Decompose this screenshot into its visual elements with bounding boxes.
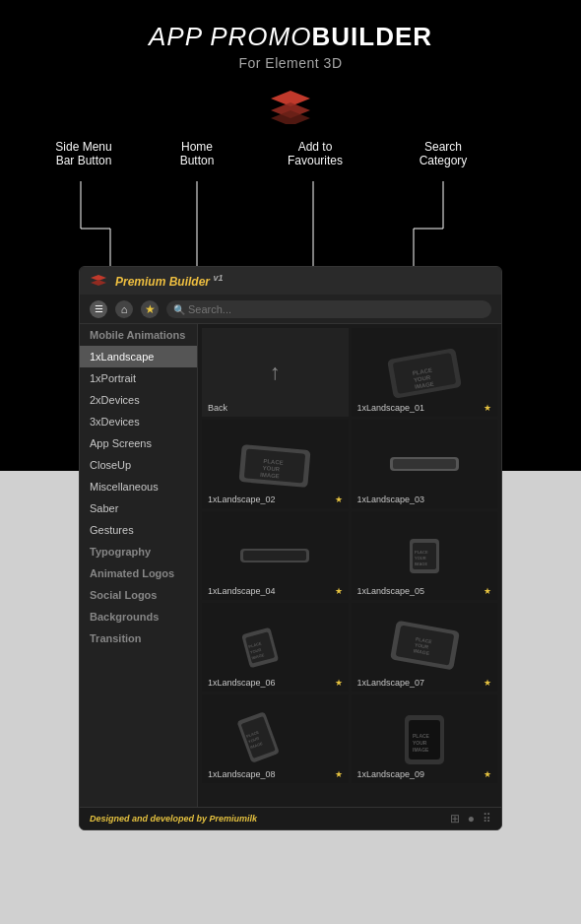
phone-mockup-09: PLACE YOUR IMAGE: [385, 712, 464, 766]
cell-star-06: ★: [335, 678, 343, 688]
cell-label-04: 1xLandscape_04: [208, 586, 276, 596]
grid-cell-back[interactable]: ↑ Back: [202, 328, 349, 417]
back-arrow-icon: ↑: [270, 360, 281, 385]
footer: Designed and developed by Premiumilk ⊞ ●…: [80, 807, 501, 829]
circle-icon[interactable]: ●: [468, 812, 475, 825]
home-button[interactable]: ⌂: [115, 300, 133, 318]
phone-mockup-05: PLACE YOUR IMAGE: [385, 529, 464, 583]
grid-cell-06[interactable]: PLACE YOUR IMAGE 1xLandscape_06 ★: [202, 603, 349, 692]
grid-cell-04[interactable]: 1xLandscape_04 ★: [202, 511, 349, 600]
sidebar-category-typography: Typography: [80, 541, 197, 562]
title-bar: Premium Builder v1: [80, 267, 501, 295]
svg-text:PLACE: PLACE: [413, 733, 430, 739]
title-promo: APP PROMO: [149, 22, 312, 51]
cell-label-01: 1xLandscape_01: [357, 403, 425, 413]
main-content: Mobile Animations 1xLandscape 1xPortrait…: [80, 324, 501, 807]
cell-star-02: ★: [335, 495, 343, 504]
grid-icon[interactable]: ⊞: [450, 812, 460, 825]
cell-label-05: 1xLandscape_05: [357, 586, 425, 596]
grid-cell-05[interactable]: PLACE YOUR IMAGE 1xLandscape_05 ★: [352, 511, 498, 600]
svg-text:IMAGE: IMAGE: [413, 747, 429, 753]
cell-label-06: 1xLandscape_06: [208, 678, 276, 688]
grid-cell-02[interactable]: PLACE YOUR IMAGE 1xLandscape_02 ★: [202, 420, 349, 508]
footer-text: Designed and developed by Premiumilk: [90, 814, 257, 824]
grid-cell-07[interactable]: PLACE YOUR IMAGE 1xLandscape_07 ★: [352, 603, 498, 692]
sidebar-item-misc[interactable]: Miscellaneous: [80, 476, 197, 497]
footer-brand: Premiumilk: [210, 814, 258, 824]
grid-cell-01[interactable]: PLACE YOUR IMAGE 1xLandscape_01 ★: [352, 328, 498, 417]
svg-rect-24: [393, 459, 456, 469]
sidebar-category-mobile: Mobile Animations: [80, 324, 197, 346]
menu-icon[interactable]: ⠿: [483, 812, 491, 825]
search-wrapper: 🔍: [166, 299, 491, 318]
sidebar-category-sociallogos: Social Logos: [80, 584, 197, 606]
sidebar-item-saber[interactable]: Saber: [80, 497, 197, 519]
svg-marker-12: [91, 280, 106, 286]
phone-mockup-06: PLACE YOUR IMAGE: [235, 621, 314, 675]
header: APP PROMOBUILDER For Element 3D: [0, 0, 581, 81]
sidebar-category-transition: Transition: [80, 627, 197, 649]
cell-label-09: 1xLandscape_09: [357, 769, 425, 779]
cell-label-07: 1xLandscape_07: [357, 678, 425, 688]
app-window: Premium Builder v1 ☰ ⌂ ★ 🔍: [79, 266, 502, 830]
svg-rect-26: [243, 551, 306, 561]
cell-star-09: ★: [484, 769, 491, 779]
footer-icons: ⊞ ● ⠿: [450, 812, 491, 825]
sidebar-item-1xportrait[interactable]: 1xPortrait: [80, 367, 197, 389]
cell-star-08: ★: [335, 769, 343, 779]
grid-cell-08[interactable]: PLACE YOUR IMAGE 1xLandscape_08 ★: [202, 694, 349, 783]
title-bar-logo-icon: [90, 274, 107, 288]
search-icon: 🔍: [173, 303, 185, 314]
cell-label-08: 1xLandscape_08: [208, 769, 276, 779]
phone-mockup-07: PLACE YOUR IMAGE: [385, 621, 464, 675]
phone-mockup-02: PLACE YOUR IMAGE: [235, 437, 314, 492]
title-builder: BUILDER: [311, 22, 432, 51]
sidebar-category-backgrounds: Backgrounds: [80, 606, 197, 627]
sidebar-item-gestures[interactable]: Gestures: [80, 519, 197, 541]
phone-mockup-04: [235, 541, 314, 570]
cell-label-02: 1xLandscape_02: [208, 495, 276, 504]
grid-cell-03[interactable]: 1xLandscape_03: [352, 420, 498, 508]
cell-label-back: Back: [208, 403, 227, 413]
sidebar-item-appscreens[interactable]: App Screens: [80, 432, 197, 454]
cell-star-07: ★: [484, 678, 491, 688]
title-bar-text: Premium Builder v1: [115, 273, 223, 289]
sidebar-menu-button[interactable]: ☰: [90, 300, 107, 318]
phone-mockup-08: PLACE YOUR IMAGE: [235, 712, 314, 766]
svg-text:YOUR: YOUR: [413, 740, 427, 746]
add-to-favourites-button[interactable]: ★: [141, 300, 159, 318]
toolbar: ☰ ⌂ ★ 🔍: [80, 295, 501, 324]
cell-label-03: 1xLandscape_03: [357, 495, 425, 504]
svg-text:PLACE: PLACE: [415, 550, 428, 555]
sidebar-item-1xlandscape[interactable]: 1xLandscape: [80, 346, 197, 367]
svg-text:YOUR: YOUR: [415, 556, 426, 561]
phone-mockup-01: PLACE YOUR IMAGE: [385, 346, 464, 400]
stack-logo-icon: [269, 89, 312, 124]
cell-star-04: ★: [335, 586, 343, 596]
app-title: APP PROMOBUILDER: [0, 22, 581, 52]
grid: ↑ Back PLACE YOUR IMAGE: [202, 328, 497, 783]
sidebar-item-closeup[interactable]: CloseUp: [80, 454, 197, 476]
svg-text:IMAGE: IMAGE: [415, 561, 427, 566]
sidebar-category-animlogos: Animated Logos: [80, 562, 197, 584]
app-subtitle: For Element 3D: [0, 55, 581, 71]
grid-area: ↑ Back PLACE YOUR IMAGE: [198, 324, 501, 807]
grid-cell-09[interactable]: PLACE YOUR IMAGE 1xLandscape_09 ★: [352, 694, 498, 783]
cell-star-01: ★: [484, 403, 491, 413]
sidebar: Mobile Animations 1xLandscape 1xPortrait…: [80, 324, 198, 807]
sidebar-item-3xdevices[interactable]: 3xDevices: [80, 411, 197, 432]
sidebar-item-2xdevices[interactable]: 2xDevices: [80, 389, 197, 411]
search-input[interactable]: [166, 300, 491, 318]
cell-star-05: ★: [484, 586, 491, 596]
logo-stack: [0, 89, 581, 124]
phone-mockup-03: [385, 449, 464, 479]
